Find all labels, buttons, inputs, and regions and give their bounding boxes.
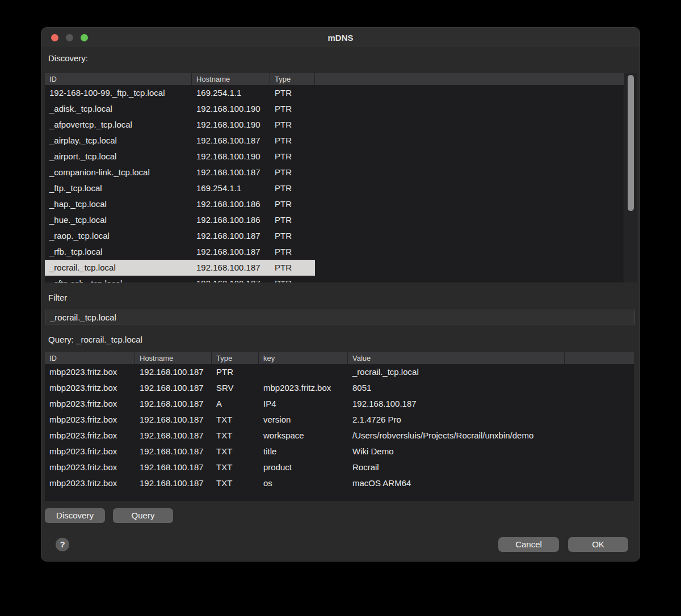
table-cell: 192.168.100.187 [135,412,212,428]
column-header[interactable] [315,73,624,85]
table-cell: 169.254.1.1 [192,180,270,196]
table-cell [565,444,634,459]
table-row[interactable]: _hue._tcp.local192.168.100.186PTR [45,212,624,228]
table-cell [315,149,624,164]
table-cell: TXT [212,475,259,491]
table-cell: 192.168.100.187 [135,364,212,380]
table-row[interactable]: mbp2023.fritz.box192.168.100.187TXTversi… [45,412,634,428]
title-bar[interactable]: mDNS [41,28,640,48]
column-header[interactable]: Type [270,73,315,85]
table-cell: workspace [259,428,348,444]
table-cell: 192-168-100-99._ftp._tcp.local [45,85,192,101]
table-cell: 192.168.100.186 [192,196,270,212]
table-cell [259,364,348,380]
table-cell: os [259,475,348,491]
column-header[interactable]: Value [348,352,565,364]
table-cell [565,380,634,396]
table-cell [565,475,634,491]
table-row[interactable]: 192-168-100-99._ftp._tcp.local169.254.1.… [45,85,624,101]
discovery-button[interactable]: Discovery [45,508,105,523]
table-cell: 192.168.100.187 [348,396,565,412]
table-cell: 192.168.100.187 [135,444,212,459]
table-row[interactable]: _hap._tcp.local192.168.100.186PTR [45,196,624,212]
column-header[interactable]: ID [45,352,135,364]
table-cell: 8051 [348,380,565,396]
table-cell [315,276,624,282]
query-button[interactable]: Query [113,508,173,523]
column-header[interactable]: Type [212,352,259,364]
table-cell: PTR [270,276,315,282]
table-cell: PTR [270,196,315,212]
table-cell [315,164,624,180]
table-cell [565,396,634,412]
table-row[interactable]: _airplay._tcp.local192.168.100.187PTR [45,133,624,149]
table-row[interactable]: mbp2023.fritz.box192.168.100.187AIP4192.… [45,396,634,412]
table-cell: mbp2023.fritz.box [45,459,135,475]
filter-input[interactable] [45,310,635,324]
table-cell: mbp2023.fritz.box [45,444,135,459]
table-cell: PTR [270,228,315,244]
table-cell: _airport._tcp.local [45,149,192,164]
table-cell [565,412,634,428]
table-cell: /Users/robversluis/Projects/Rocrail/unxb… [348,428,565,444]
table-cell: title [259,444,348,459]
table-row[interactable]: mbp2023.fritz.box192.168.100.187TXTworks… [45,428,634,444]
discovery-table: IDHostnameType 192-168-100-99._ftp._tcp.… [45,73,637,282]
table-cell [565,428,634,444]
discovery-scrollbar-thumb[interactable] [628,75,634,211]
column-header[interactable] [565,352,634,364]
table-cell: 192.168.100.187 [135,396,212,412]
table-row[interactable]: _rocrail._tcp.local192.168.100.187PTR [45,260,624,276]
table-cell: version [259,412,348,428]
table-row[interactable]: _ftp._tcp.local169.254.1.1PTR [45,180,624,196]
ok-button[interactable]: OK [568,537,628,552]
table-row[interactable]: _rfb._tcp.local192.168.100.187PTR [45,244,624,260]
table-cell: 192.168.100.187 [135,459,212,475]
table-cell: PTR [270,260,315,276]
table-row[interactable]: _sftp-ssh._tcp.local192.168.100.187PTR [45,276,624,282]
table-cell: mbp2023.fritz.box [45,475,135,491]
table-cell: 2.1.4726 Pro [348,412,565,428]
table-cell: mbp2023.fritz.box [45,364,135,380]
help-button[interactable]: ? [56,538,69,551]
table-cell: 192.168.100.190 [192,117,270,133]
table-cell [565,459,634,475]
table-cell: 192.168.100.187 [192,244,270,260]
table-row[interactable]: _raop._tcp.local192.168.100.187PTR [45,228,624,244]
column-header[interactable]: ID [45,73,192,85]
table-row[interactable]: mbp2023.fritz.box192.168.100.187TXTosmac… [45,475,634,491]
table-cell: 192.168.100.190 [192,101,270,117]
table-row[interactable]: _companion-link._tcp.local192.168.100.18… [45,164,624,180]
cancel-button[interactable]: Cancel [498,537,559,552]
table-row[interactable]: mbp2023.fritz.box192.168.100.187TXTtitle… [45,444,634,459]
table-row[interactable]: _airport._tcp.local192.168.100.190PTR [45,149,624,164]
table-cell: _hue._tcp.local [45,212,192,228]
table-cell: 192.168.100.187 [192,228,270,244]
table-cell [315,101,624,117]
column-header[interactable]: Hostname [192,73,270,85]
table-row[interactable]: _adisk._tcp.local192.168.100.190PTR [45,101,624,117]
table-cell: A [212,396,259,412]
table-cell: PTR [270,133,315,149]
discovery-label: Discovery: [48,53,88,64]
table-cell: PTR [270,101,315,117]
table-cell: product [259,459,348,475]
table-cell: PTR [270,164,315,180]
table-row[interactable]: _afpovertcp._tcp.local192.168.100.190PTR [45,117,624,133]
table-cell [315,260,624,276]
column-header[interactable]: key [259,352,348,364]
table-cell: _hap._tcp.local [45,196,192,212]
column-header[interactable]: Hostname [135,352,212,364]
table-cell [315,117,624,133]
table-cell: _airplay._tcp.local [45,133,192,149]
table-cell: PTR [270,212,315,228]
discovery-scrollbar-track[interactable] [624,73,637,282]
table-cell [565,364,634,380]
table-cell: TXT [212,428,259,444]
table-cell: _rocrail._tcp.local [348,364,565,380]
table-row[interactable]: mbp2023.fritz.box192.168.100.187PTR_rocr… [45,364,634,380]
table-cell: mbp2023.fritz.box [45,428,135,444]
table-cell: _adisk._tcp.local [45,101,192,117]
table-row[interactable]: mbp2023.fritz.box192.168.100.187SRVmbp20… [45,380,634,396]
table-row[interactable]: mbp2023.fritz.box192.168.100.187TXTprodu… [45,459,634,475]
